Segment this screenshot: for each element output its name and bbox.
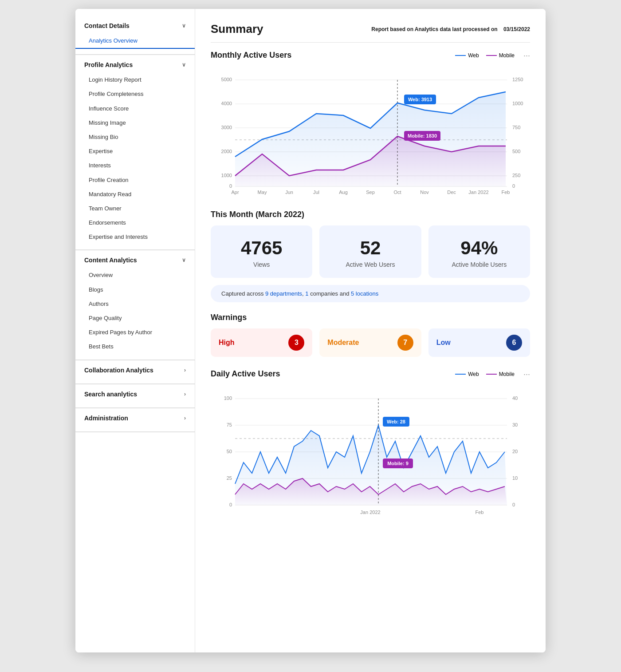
sidebar-item-missing-image[interactable]: Missing Image (75, 116, 195, 130)
chart-more-options-icon[interactable]: ··· (523, 51, 530, 59)
svg-text:25: 25 (227, 475, 232, 481)
sidebar-section-profile-analytics: Profile Analytics ∨ Login History Report… (75, 57, 195, 250)
sidebar-section-header-search-analytics[interactable]: Search ananlytics › (75, 386, 195, 402)
svg-text:Jan 2022: Jan 2022 (360, 510, 380, 515)
warning-card-moderate[interactable]: Moderate 7 (319, 328, 421, 357)
sidebar-item-expired-pages-by-author[interactable]: Expired Pages by Author (75, 325, 195, 340)
sidebar-section-label-content-analytics: Content Analytics (84, 257, 137, 264)
svg-text:250: 250 (512, 173, 520, 178)
warning-label-moderate: Moderate (327, 339, 359, 347)
departments-link[interactable]: 9 departments (265, 290, 302, 297)
sidebar-item-team-owner[interactable]: Team Owner (75, 202, 195, 216)
sidebar-section-label-profile-analytics: Profile Analytics (84, 61, 133, 68)
svg-text:50: 50 (227, 449, 232, 454)
sidebar-section-header-administration[interactable]: Administration › (75, 410, 195, 426)
warning-label-low: Low (436, 339, 451, 347)
svg-text:2000: 2000 (221, 149, 232, 154)
svg-text:Sep: Sep (366, 190, 375, 195)
sidebar-item-expertise[interactable]: Expertise (75, 144, 195, 158)
stat-label-active-web: Active Web Users (328, 261, 412, 268)
daily-legend-item-web: Web (455, 371, 479, 377)
svg-text:1000: 1000 (221, 173, 232, 178)
sidebar-item-influence-score[interactable]: Influence Score (75, 102, 195, 116)
svg-text:5000: 5000 (221, 77, 232, 82)
svg-text:May: May (258, 190, 267, 195)
stat-value-views: 4765 (220, 238, 303, 258)
sidebar-item-analytics-overview[interactable]: Analytics Overview (75, 34, 195, 49)
warning-card-high[interactable]: High 3 (211, 328, 312, 357)
sidebar-section-label-administration: Administration (84, 415, 128, 422)
sidebar-section-header-contact-details[interactable]: Contact Details ∨ (75, 18, 195, 34)
svg-text:Web: 28: Web: 28 (387, 419, 405, 424)
svg-text:Mobile: 1830: Mobile: 1830 (408, 133, 437, 138)
chevron-down-icon: ∨ (182, 257, 186, 263)
svg-text:75: 75 (227, 422, 232, 427)
warning-label-high: High (219, 339, 235, 347)
sidebar-item-page-quality[interactable]: Page Quality (75, 311, 195, 325)
companies-link[interactable]: 1 (305, 290, 308, 297)
warning-badge-moderate: 7 (397, 335, 413, 351)
chevron-right-icon: › (184, 391, 186, 397)
warning-card-low[interactable]: Low 6 (428, 328, 530, 357)
sidebar-section-label-search-analytics: Search ananlytics (84, 391, 137, 398)
sidebar-section-header-content-analytics[interactable]: Content Analytics ∨ (75, 252, 195, 268)
daily-chart-container: Daily Active Users Web Mobile ··· (211, 369, 530, 527)
warnings-row: High 3 Moderate 7 Low 6 (211, 328, 530, 357)
daily-chart-more-options-icon[interactable]: ··· (523, 370, 530, 378)
sidebar-item-expertise-and-interests[interactable]: Expertise and Interests (75, 230, 195, 244)
monthly-chart-container: Monthly Active Users Web Mobile ··· (211, 51, 530, 199)
sidebar-item-blogs[interactable]: Blogs (75, 283, 195, 297)
sidebar-section-header-collaboration-analytics[interactable]: Collaboration Analytics › (75, 362, 195, 378)
sidebar-section-administration: Administration › (75, 410, 195, 432)
sidebar-item-missing-bio[interactable]: Missing Bio (75, 130, 195, 144)
sidebar-item-profile-creation[interactable]: Profile Creation (75, 173, 195, 187)
svg-text:30: 30 (512, 422, 518, 427)
svg-text:100: 100 (224, 395, 232, 401)
warning-badge-high: 3 (288, 335, 304, 351)
sidebar-section-label-collaboration-analytics: Collaboration Analytics (84, 367, 153, 374)
warning-badge-low: 6 (506, 335, 522, 351)
sidebar-item-interests[interactable]: Interests (75, 158, 195, 173)
sidebar-item-profile-completeness[interactable]: Profile Completeness (75, 87, 195, 101)
page-header: Summary Report based on Analytics data l… (211, 22, 530, 43)
daily-web-legend-line (455, 374, 466, 375)
monthly-chart-legend: Web Mobile ··· (455, 51, 530, 59)
svg-text:Web: 3913: Web: 3913 (408, 97, 432, 102)
this-month-title: This Month (March 2022) (211, 210, 530, 219)
svg-text:750: 750 (512, 125, 520, 130)
monthly-chart-title: Monthly Active Users (211, 51, 291, 60)
daily-chart-svg: 100 75 50 25 0 40 30 20 10 0 (211, 392, 530, 527)
svg-text:500: 500 (512, 149, 520, 154)
sidebar-item-overview[interactable]: Overview (75, 268, 195, 282)
page-title: Summary (211, 22, 263, 36)
sidebar-item-endorsements[interactable]: Endorsements (75, 216, 195, 230)
sidebar-item-mandatory-read[interactable]: Mandatory Read (75, 187, 195, 202)
legend-item-web: Web (455, 52, 479, 59)
monthly-chart-svg: 5000 4000 3000 2000 1000 0 1250 1000 750… (211, 73, 530, 199)
svg-text:Jan 2022: Jan 2022 (468, 190, 488, 195)
svg-text:Nov: Nov (420, 190, 429, 195)
stats-row: 4765 Views 52 Active Web Users 94% Activ… (211, 225, 530, 278)
svg-text:3000: 3000 (221, 125, 232, 130)
stat-label-active-mobile: Active Mobile Users (437, 261, 521, 268)
web-legend-line (455, 55, 466, 56)
svg-text:0: 0 (512, 502, 515, 507)
svg-text:0: 0 (229, 183, 232, 189)
svg-text:Mobile: 9: Mobile: 9 (387, 461, 409, 466)
sidebar-section-header-profile-analytics[interactable]: Profile Analytics ∨ (75, 57, 195, 73)
svg-text:1250: 1250 (512, 77, 523, 82)
daily-mobile-legend-line (486, 374, 497, 375)
svg-text:Oct: Oct (393, 190, 401, 195)
sidebar-item-login-history-report[interactable]: Login History Report (75, 73, 195, 87)
sidebar-item-authors[interactable]: Authors (75, 297, 195, 311)
stat-card-active-mobile: 94% Active Mobile Users (428, 225, 530, 278)
sidebar-item-best-bets[interactable]: Best Bets (75, 340, 195, 354)
chevron-down-icon: ∨ (182, 62, 186, 68)
stat-value-active-web: 52 (328, 238, 412, 258)
locations-link[interactable]: 5 locations (351, 290, 378, 297)
svg-text:Jun: Jun (285, 190, 293, 195)
svg-text:Dec: Dec (447, 190, 456, 195)
svg-text:10: 10 (512, 475, 518, 481)
svg-text:0: 0 (229, 502, 232, 507)
svg-text:Feb: Feb (502, 190, 510, 195)
